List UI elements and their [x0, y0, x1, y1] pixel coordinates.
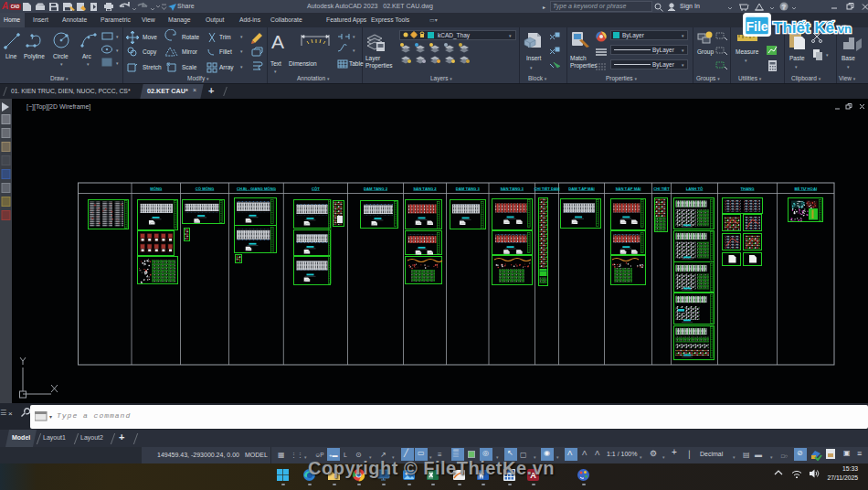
svg-text:CỔ MÓNG: CỔ MÓNG — [196, 186, 214, 191]
svg-text:CHI TIẾT DẦM: CHI TIẾT DẦM — [534, 186, 560, 191]
svg-text:SÀN TẦNG 2: SÀN TẦNG 2 — [413, 186, 437, 191]
svg-text:DẦM TẦNG 2: DẦM TẦNG 2 — [364, 186, 388, 191]
svg-text:LANH TÔ: LANH TÔ — [686, 186, 704, 191]
svg-text:DẦM TẦNG 3: DẦM TẦNG 3 — [456, 186, 481, 191]
svg-text:CỘT: CỘT — [312, 186, 320, 191]
svg-text:SÀN TẦNG 3: SÀN TẦNG 3 — [501, 186, 524, 191]
svg-text:DẦM T.ÁP MÁI: DẦM T.ÁP MÁI — [568, 186, 595, 191]
svg-text:SÀN T.ÁP MÁI: SÀN T.ÁP MÁI — [616, 186, 641, 191]
svg-text:MÓNG: MÓNG — [150, 186, 162, 191]
svg-text:THANG: THANG — [741, 186, 755, 191]
svg-text:BỂ TỰ HOẠI: BỂ TỰ HOẠI — [794, 186, 817, 191]
svg-text:CH.Bị - GIẰNG MÓNG: CH.Bị - GIẰNG MÓNG — [237, 186, 276, 191]
svg-text:CHI TIẾT: CHI TIẾT — [653, 186, 670, 191]
